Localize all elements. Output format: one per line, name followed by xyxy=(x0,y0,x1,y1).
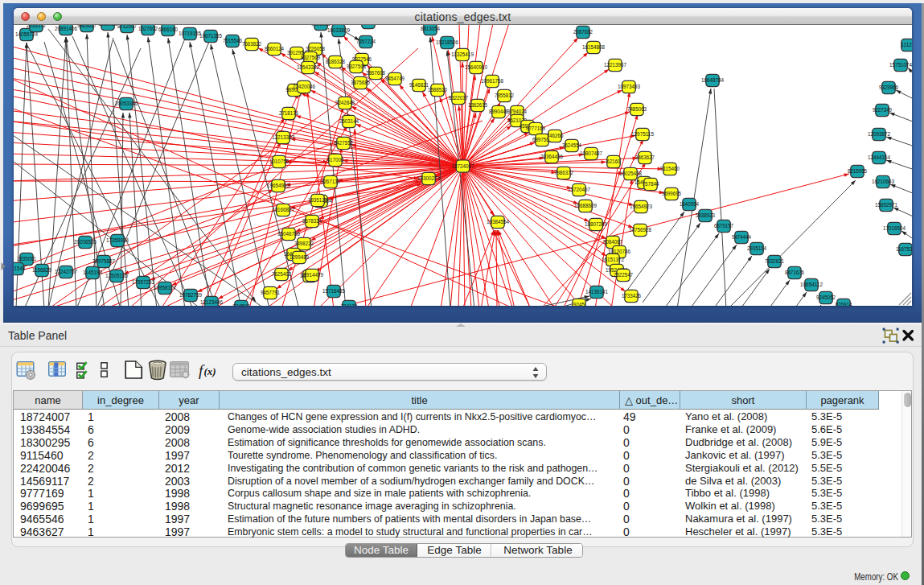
svg-text:19300273: 19300273 xyxy=(417,175,440,181)
svg-text:7955812: 7955812 xyxy=(495,93,514,98)
svg-text:20891406: 20891406 xyxy=(55,26,77,31)
svg-text:12444154: 12444154 xyxy=(868,154,890,160)
svg-text:3624554: 3624554 xyxy=(562,142,581,148)
svg-text:9327508: 9327508 xyxy=(347,64,366,69)
svg-text:9242848: 9242848 xyxy=(335,100,355,105)
svg-text:10025438: 10025438 xyxy=(619,171,642,176)
svg-text:16046786: 16046786 xyxy=(277,231,300,237)
svg-text:11123: 11123 xyxy=(901,42,913,47)
svg-text:14055724: 14055724 xyxy=(15,31,38,37)
svg-text:9699695: 9699695 xyxy=(662,191,681,196)
svg-text:1099489: 1099489 xyxy=(290,254,309,260)
svg-text:8186328: 8186328 xyxy=(326,59,345,64)
svg-text:10543342: 10543342 xyxy=(297,64,319,70)
svg-text:876914: 876914 xyxy=(836,302,852,306)
svg-text:16914479: 16914479 xyxy=(301,272,323,278)
svg-text:7515546: 7515546 xyxy=(223,38,242,43)
svg-text:1835061: 1835061 xyxy=(17,256,36,262)
svg-text:9245052: 9245052 xyxy=(816,295,836,300)
svg-text:746266: 746266 xyxy=(547,133,564,138)
svg-text:11325419: 11325419 xyxy=(451,51,474,57)
svg-text:9146821: 9146821 xyxy=(409,82,429,88)
svg-text:16033809: 16033809 xyxy=(327,27,350,33)
svg-text:22420046: 22420046 xyxy=(293,84,315,89)
svg-text:15640910: 15640910 xyxy=(465,64,487,70)
svg-text:15716485: 15716485 xyxy=(322,288,345,294)
svg-text:9227349: 9227349 xyxy=(873,107,892,113)
svg-text:2867608: 2867608 xyxy=(366,70,385,76)
svg-text:3498222: 3498222 xyxy=(294,241,314,246)
svg-text:6879197: 6879197 xyxy=(714,223,733,229)
svg-text:15751074: 15751074 xyxy=(889,62,912,68)
svg-text:19166827: 19166827 xyxy=(272,207,294,212)
svg-text:12213383: 12213383 xyxy=(272,134,294,140)
svg-text:14136141: 14136141 xyxy=(585,289,608,295)
svg-text:8660124: 8660124 xyxy=(265,46,284,51)
svg-text:7986372: 7986372 xyxy=(554,170,573,175)
svg-text:1733426: 1733426 xyxy=(622,293,641,299)
svg-text:9463627: 9463627 xyxy=(77,25,97,28)
svg-text:8454749: 8454749 xyxy=(385,76,405,81)
svg-text:19654983: 19654983 xyxy=(267,183,290,188)
svg-text:9794024: 9794024 xyxy=(507,109,527,114)
svg-text:62160: 62160 xyxy=(607,159,621,164)
svg-text:1935123: 1935123 xyxy=(308,197,327,203)
svg-text:19654923: 19654923 xyxy=(630,204,652,209)
svg-text:16154808: 16154808 xyxy=(582,44,605,50)
svg-text:16210643: 16210643 xyxy=(872,179,894,184)
svg-text:2087682: 2087682 xyxy=(573,29,593,35)
svg-text:2033572: 2033572 xyxy=(27,25,46,28)
svg-text:16782759: 16782759 xyxy=(179,292,202,298)
svg-text:5938923: 5938923 xyxy=(696,212,715,218)
svg-text:17016504: 17016504 xyxy=(883,225,906,231)
svg-text:18724007: 18724007 xyxy=(452,163,474,169)
svg-text:12975115: 12975115 xyxy=(631,131,654,137)
svg-text:9245: 9245 xyxy=(573,302,585,306)
svg-text:10973493: 10973493 xyxy=(618,84,640,89)
svg-text:7485063: 7485063 xyxy=(627,106,647,112)
svg-text:1835061: 1835061 xyxy=(98,25,117,27)
svg-text:1010755: 1010755 xyxy=(269,159,289,164)
svg-text:8215955: 8215955 xyxy=(848,168,867,174)
svg-text:30975887: 30975887 xyxy=(92,258,115,264)
svg-text:18807249: 18807249 xyxy=(585,221,607,227)
svg-text:8427552: 8427552 xyxy=(334,140,353,146)
svg-text:7632621: 7632621 xyxy=(765,258,784,264)
svg-text:417006: 417006 xyxy=(327,157,344,163)
svg-text:3226058: 3226058 xyxy=(306,46,325,51)
svg-text:15692971: 15692971 xyxy=(875,202,897,208)
svg-text:8678334: 8678334 xyxy=(302,218,322,224)
svg-text:8471676: 8471676 xyxy=(785,270,804,275)
svg-text:16151372: 16151372 xyxy=(602,257,624,262)
svg-text:17359934: 17359934 xyxy=(106,237,129,243)
svg-text:8267130: 8267130 xyxy=(321,179,340,184)
svg-text:9457791: 9457791 xyxy=(261,290,280,295)
svg-text:2935114: 2935114 xyxy=(747,245,766,251)
svg-text:16648784: 16648784 xyxy=(701,77,724,83)
svg-text:10961758: 10961758 xyxy=(481,78,503,84)
svg-text:10719155: 10719155 xyxy=(179,31,201,36)
svg-text:9115460: 9115460 xyxy=(660,166,680,171)
svg-text:6466160: 6466160 xyxy=(158,27,178,32)
svg-text:8813054: 8813054 xyxy=(421,26,440,31)
svg-text:1640954: 1640954 xyxy=(680,201,699,207)
svg-text:12123446: 12123446 xyxy=(200,299,223,305)
svg-text:10671355: 10671355 xyxy=(199,33,222,39)
svg-text:19218506: 19218506 xyxy=(436,39,458,45)
svg-text:12213967: 12213967 xyxy=(604,62,626,68)
svg-text:1156829: 1156829 xyxy=(32,267,51,273)
svg-text:924502: 924502 xyxy=(233,303,250,306)
svg-text:1527602: 1527602 xyxy=(138,26,158,31)
svg-text:734126: 734126 xyxy=(341,303,358,306)
svg-text:12242757: 12242757 xyxy=(55,269,77,274)
svg-text:2522547: 2522547 xyxy=(614,272,633,278)
svg-text:391544: 391544 xyxy=(14,266,26,271)
svg-text:19384554: 19384554 xyxy=(487,219,509,225)
svg-text:17957253: 17957253 xyxy=(132,279,154,285)
svg-text:7625402: 7625402 xyxy=(272,271,291,277)
svg-text:9329966: 9329966 xyxy=(879,84,898,90)
svg-text:1145193: 1145193 xyxy=(83,270,102,275)
svg-text:9463627: 9463627 xyxy=(635,154,655,160)
svg-text:(x): (x) xyxy=(204,365,216,377)
svg-text:3875685: 3875685 xyxy=(351,80,370,85)
